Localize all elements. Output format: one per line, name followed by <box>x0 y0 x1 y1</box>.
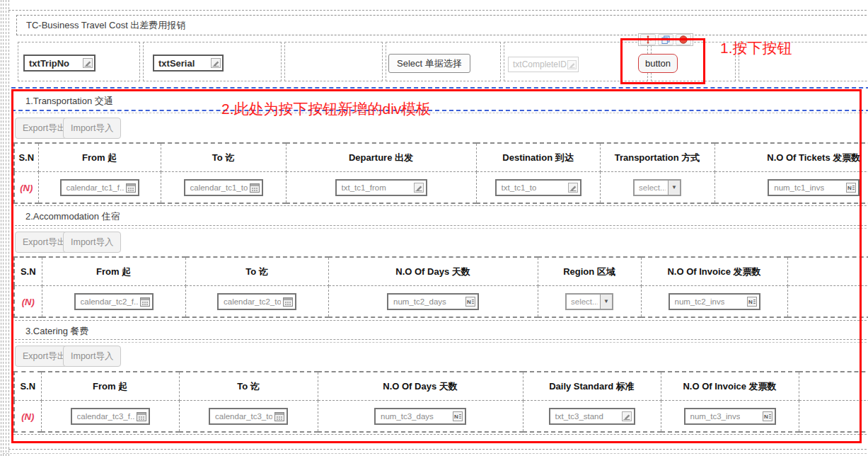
select-document-button[interactable]: Select 单据选择 <box>388 54 470 73</box>
textbox-edit-icon <box>567 60 577 69</box>
frame-line <box>8 10 868 11</box>
textbox-edit-icon <box>83 58 93 68</box>
complete-id-value: txtCompleteID <box>513 59 567 69</box>
complete-id-input[interactable]: txtCompleteID <box>508 57 579 72</box>
frame-line <box>6 0 6 456</box>
annotation-rectangle-button <box>620 38 705 84</box>
frame-line <box>1 0 1 456</box>
form-title: TC-Business Travel Cost 出差费用报销 <box>26 19 185 32</box>
frame-line <box>3 453 868 454</box>
serial-input[interactable]: txtSerial <box>153 55 224 72</box>
field-cell-empty <box>284 42 383 81</box>
field-cell-select: Select 单据选择 <box>386 42 501 81</box>
textbox-edit-icon <box>211 58 221 68</box>
serial-value: txtSerial <box>158 58 211 69</box>
field-cell-serial: txtSerial <box>143 42 282 81</box>
trip-no-input[interactable]: txtTripNo <box>23 55 96 72</box>
frame-line <box>3 0 4 456</box>
selection-line <box>11 87 868 89</box>
form-designer-canvas: TC-Business Travel Cost 出差费用报销 txtTripNo… <box>0 0 868 456</box>
frame-line <box>8 449 868 450</box>
annotation-rectangle-div-template <box>11 89 862 443</box>
annotation-step2: 2.此处为按下按钮新增的div模板 <box>221 101 431 117</box>
trip-no-value: txtTripNo <box>29 58 83 69</box>
field-cell-tripno: txtTripNo <box>18 42 140 81</box>
frame-line <box>8 0 9 456</box>
annotation-step1: 1.按下按钮 <box>720 40 792 56</box>
form-title-bar[interactable]: TC-Business Travel Cost 出差费用报销 <box>16 15 868 35</box>
